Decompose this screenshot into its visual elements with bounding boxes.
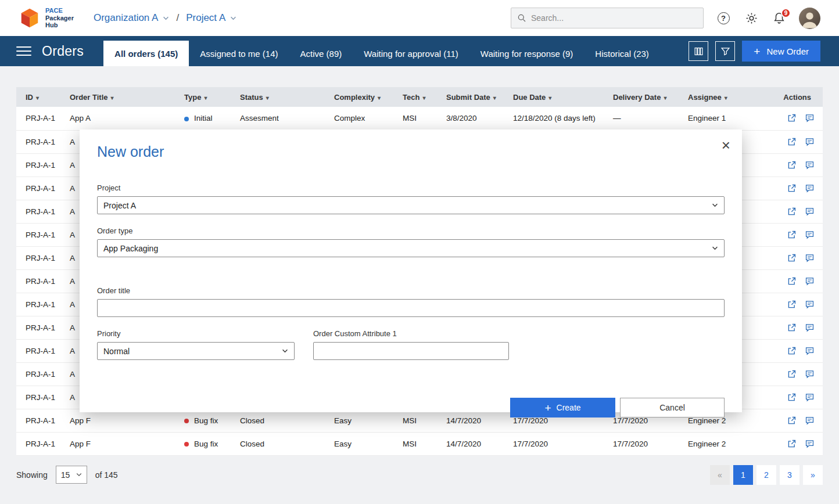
- open-order-button[interactable]: [787, 416, 797, 426]
- columns-button[interactable]: [689, 41, 708, 61]
- page-size-select[interactable]: 15: [56, 466, 87, 484]
- open-order-button[interactable]: [787, 137, 797, 147]
- comments-button[interactable]: [805, 323, 815, 333]
- open-order-button[interactable]: [787, 113, 797, 123]
- create-button[interactable]: + Create: [510, 398, 615, 417]
- comments-button[interactable]: [805, 230, 815, 240]
- cell-submit-date: 14/7/2020: [442, 432, 508, 455]
- column-header-actions: Actions: [759, 87, 823, 107]
- project-select[interactable]: Project A: [97, 196, 725, 214]
- comment-icon: [805, 323, 815, 333]
- cell-id: PRJ-A-1: [16, 153, 65, 177]
- cell-id: PRJ-A-1: [16, 107, 65, 130]
- cell-actions: [759, 386, 823, 409]
- column-header-id[interactable]: ID▾: [16, 87, 65, 107]
- comment-icon: [805, 230, 815, 240]
- open-order-button[interactable]: [787, 300, 797, 309]
- comment-icon: [805, 207, 815, 217]
- prev-page-button[interactable]: «: [710, 465, 730, 485]
- next-page-button[interactable]: »: [803, 465, 823, 485]
- notifications-button[interactable]: 9: [771, 10, 787, 26]
- external-link-icon: [787, 160, 797, 170]
- tab-assigned-to-me[interactable]: Assigned to me (14): [189, 41, 289, 66]
- priority-select[interactable]: Normal: [97, 342, 295, 360]
- column-header-tech[interactable]: Tech▾: [398, 87, 442, 107]
- column-header-assignee[interactable]: Assignee▾: [683, 87, 759, 107]
- close-icon[interactable]: ×: [722, 138, 730, 153]
- comment-icon: [805, 393, 815, 402]
- column-header-submit-date[interactable]: Submit Date▾: [442, 87, 508, 107]
- cell-actions: [759, 107, 823, 130]
- open-order-button[interactable]: [787, 160, 797, 170]
- cell-actions: [759, 293, 823, 316]
- column-header-complexity[interactable]: Complexity▾: [329, 87, 398, 107]
- page-1-button[interactable]: 1: [733, 465, 753, 485]
- project-selector[interactable]: Project A: [186, 12, 236, 24]
- help-button[interactable]: ?: [715, 10, 732, 26]
- comments-button[interactable]: [805, 113, 815, 123]
- open-order-button[interactable]: [787, 369, 797, 379]
- open-order-button[interactable]: [787, 276, 797, 286]
- order-type-select[interactable]: App Packaging: [97, 239, 725, 257]
- new-order-button[interactable]: + New Order: [742, 41, 820, 62]
- comments-button[interactable]: [805, 439, 815, 449]
- cell-actions: [759, 432, 823, 455]
- open-order-button[interactable]: [787, 207, 797, 217]
- search-input[interactable]: [531, 13, 697, 23]
- order-title-input[interactable]: [97, 299, 725, 317]
- tab-waiting-for-response[interactable]: Waiting for response (9): [469, 41, 585, 66]
- comments-button[interactable]: [805, 183, 815, 193]
- organization-selector[interactable]: Organization A: [94, 12, 170, 24]
- open-order-button[interactable]: [787, 253, 797, 263]
- custom-attribute-input[interactable]: [313, 342, 509, 360]
- cell-id: PRJ-A-1: [16, 386, 65, 409]
- cell-actions: [759, 177, 823, 200]
- tab-waiting-for-approval[interactable]: Waiting for approval (11): [353, 41, 469, 66]
- filter-icon: [720, 46, 730, 56]
- column-header-due-date[interactable]: Due Date▾: [508, 87, 608, 107]
- open-order-button[interactable]: [787, 346, 797, 356]
- tab-all-orders[interactable]: All orders (145): [103, 41, 189, 66]
- open-order-button[interactable]: [787, 323, 797, 333]
- comments-button[interactable]: [805, 207, 815, 217]
- comments-button[interactable]: [805, 137, 815, 147]
- page-2-button[interactable]: 2: [756, 465, 776, 485]
- columns-icon: [694, 46, 704, 56]
- comments-button[interactable]: [805, 253, 815, 263]
- cell-id: PRJ-A-1: [16, 246, 65, 269]
- open-order-button[interactable]: [787, 230, 797, 240]
- hamburger-icon: [16, 46, 31, 48]
- filter-button[interactable]: [715, 41, 735, 61]
- column-header-type[interactable]: Type▾: [180, 87, 235, 107]
- table-row[interactable]: PRJ-A-1App FBug fixClosedEasyMSI14/7/202…: [16, 432, 823, 455]
- comments-button[interactable]: [805, 346, 815, 356]
- comments-button[interactable]: [805, 416, 815, 426]
- cell-id: PRJ-A-1: [16, 432, 65, 455]
- cell-order-title: App F: [65, 432, 180, 455]
- tab-active[interactable]: Active (89): [289, 41, 353, 66]
- avatar[interactable]: [799, 8, 820, 29]
- notifications-badge: 9: [781, 8, 791, 18]
- settings-button[interactable]: [743, 10, 759, 26]
- comment-icon: [805, 369, 815, 379]
- comment-icon: [805, 416, 815, 426]
- comments-button[interactable]: [805, 276, 815, 286]
- comment-icon: [805, 346, 815, 356]
- hamburger-menu-button[interactable]: [16, 46, 31, 56]
- tab-historical[interactable]: Historical (23): [584, 41, 660, 66]
- page-3-button[interactable]: 3: [780, 465, 799, 485]
- comments-button[interactable]: [805, 393, 815, 402]
- open-order-button[interactable]: [787, 393, 797, 402]
- column-header-delivery-date[interactable]: Delivery Date▾: [608, 87, 683, 107]
- comments-button[interactable]: [805, 300, 815, 309]
- comments-button[interactable]: [805, 369, 815, 379]
- open-order-button[interactable]: [787, 439, 797, 449]
- comments-button[interactable]: [805, 160, 815, 170]
- column-header-order-title[interactable]: Order Title▾: [65, 87, 180, 107]
- column-header-status[interactable]: Status▾: [235, 87, 329, 107]
- open-order-button[interactable]: [787, 183, 797, 193]
- app-logo: PACE Packager Hub: [19, 7, 74, 29]
- cancel-button[interactable]: Cancel: [620, 398, 725, 417]
- table-row[interactable]: PRJ-A-1App AInitialAssesmentComplexMSI3/…: [16, 107, 823, 130]
- gear-icon: [745, 12, 758, 25]
